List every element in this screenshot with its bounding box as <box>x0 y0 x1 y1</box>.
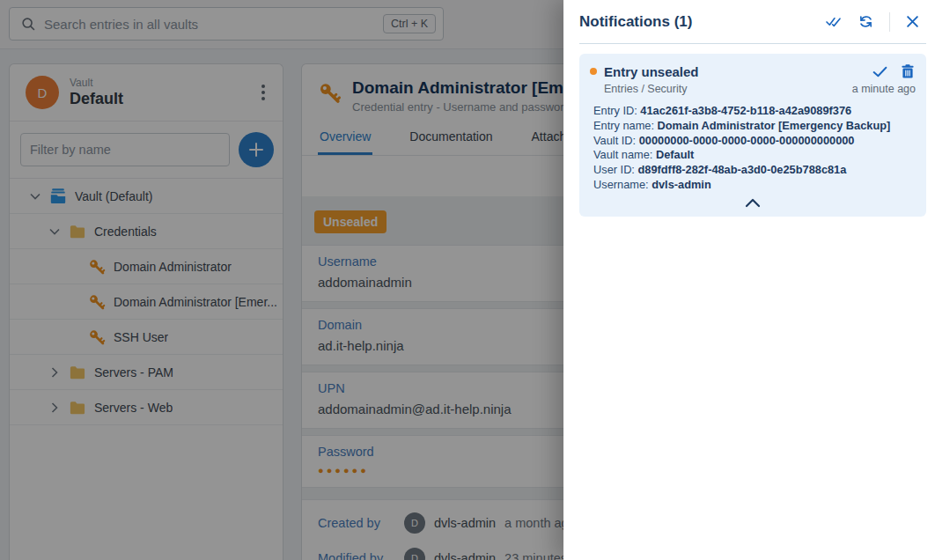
detail-entry-id: Entry ID: 41ac261f-a3b8-4752-b118-a42a90… <box>593 104 916 119</box>
notifications-header: Notifications (1) <box>563 0 935 43</box>
notification-item-header: Entry unsealed <box>590 63 916 80</box>
chevron-up-icon <box>745 198 761 208</box>
mark-all-read-button[interactable] <box>823 13 843 30</box>
unread-dot-icon <box>590 68 597 75</box>
detail-user-id: User ID: d89fdff8-282f-48ab-a3d0-0e25b78… <box>593 163 916 178</box>
notifications-panel: Notifications (1) Entry unsealed <box>563 0 935 560</box>
close-icon <box>906 15 919 28</box>
collapse-details-button[interactable] <box>590 195 916 213</box>
refresh-icon <box>858 14 873 29</box>
detail-vault-id: Vault ID: 00000000-0000-0000-0000-000000… <box>593 134 916 149</box>
delete-notification-button[interactable] <box>900 63 916 80</box>
notification-actions <box>871 63 916 80</box>
detail-entry-name: Entry name: Domain Administrator [Emerge… <box>593 119 916 134</box>
notifications-header-actions <box>823 12 921 32</box>
notification-category: Entries / Security <box>604 83 852 95</box>
refresh-button[interactable] <box>857 12 875 31</box>
notification-title: Entry unsealed <box>604 64 864 79</box>
trash-icon <box>902 64 914 78</box>
detail-username: Username: dvls-admin <box>593 178 916 193</box>
mark-read-button[interactable] <box>871 64 889 79</box>
notification-details: Entry ID: 41ac261f-a3b8-4752-b118-a42a90… <box>593 104 916 193</box>
panel-header-divider <box>579 43 926 44</box>
detail-vault-name: Vault name: Default <box>593 148 916 163</box>
notifications-title: Notifications (1) <box>579 13 823 31</box>
notification-timestamp: a minute ago <box>852 83 916 95</box>
header-divider <box>889 12 890 32</box>
double-check-icon <box>825 15 842 28</box>
modal-scrim-overlay[interactable] <box>0 0 563 560</box>
notification-subheader: Entries / Security a minute ago <box>590 83 916 95</box>
check-icon <box>872 66 887 77</box>
notification-item[interactable]: Entry unsealed Entries / Security a minu… <box>579 54 926 217</box>
close-panel-button[interactable] <box>904 13 921 30</box>
